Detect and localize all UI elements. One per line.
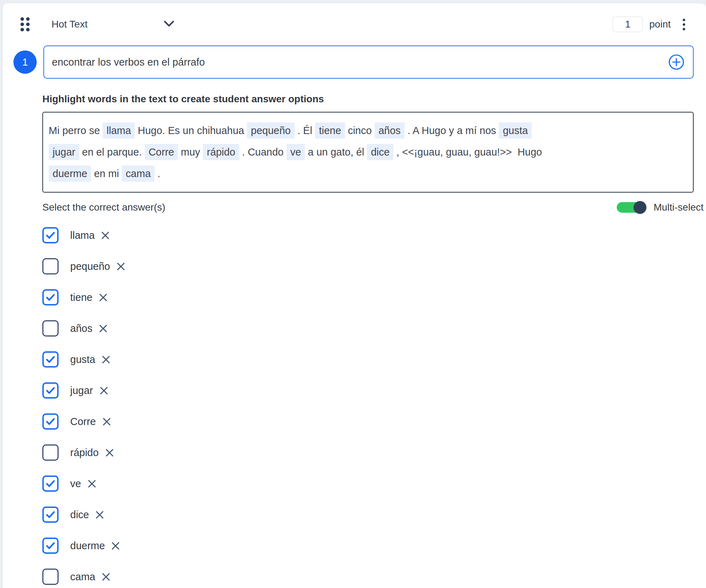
option-label: llama: [70, 230, 95, 241]
remove-option-x-icon[interactable]: [99, 386, 109, 395]
drag-handle-icon[interactable]: [20, 17, 30, 31]
option-label: duerme: [70, 540, 105, 552]
highlighted-word[interactable]: jugar: [49, 144, 79, 160]
multi-select-label: Multi-select: [653, 202, 704, 213]
highlighted-word[interactable]: ve: [286, 144, 305, 160]
checkmark-icon: [45, 540, 56, 551]
answer-option-row: rápido: [42, 444, 694, 461]
editor-main: Highlight words in the text to create st…: [2, 93, 706, 585]
remove-option-x-icon[interactable]: [101, 572, 111, 582]
chevron-down-icon: [164, 20, 174, 29]
question-number-badge: 1: [13, 50, 37, 74]
checkmark-icon: [45, 478, 56, 489]
checkmark-icon: [45, 354, 56, 365]
answer-option-row: tiene: [42, 289, 694, 305]
answer-checkbox[interactable]: [42, 538, 59, 554]
question-editor-page: Hot Text point 1: [0, 0, 706, 588]
highlighted-word[interactable]: rápido: [203, 144, 239, 160]
select-answers-label: Select the correct answer(s): [42, 202, 165, 213]
answer-checkbox[interactable]: [42, 258, 59, 274]
answer-option-row: duerme: [42, 538, 694, 554]
remove-option-x-icon[interactable]: [101, 355, 111, 364]
checkmark-icon: [45, 509, 56, 520]
highlight-instructions: Highlight words in the text to create st…: [42, 93, 694, 105]
question-type-label: Hot Text: [52, 19, 88, 30]
highlighted-word[interactable]: tiene: [315, 122, 345, 139]
toggle-knob: [634, 201, 646, 214]
passage-word: , <<¡guau, guau, guau!>> Hugo: [393, 146, 542, 158]
answer-checkbox[interactable]: [42, 569, 59, 585]
answer-select-row: Select the correct answer(s) Multi-selec…: [42, 200, 704, 215]
highlighted-word[interactable]: Corre: [145, 144, 178, 160]
highlighted-word[interactable]: gusta: [499, 122, 532, 139]
option-label: pequeño: [70, 261, 110, 272]
answer-checkbox[interactable]: [42, 507, 59, 523]
points-label: point: [649, 19, 671, 30]
highlighted-word[interactable]: cama: [122, 165, 155, 182]
option-label: jugar: [70, 385, 93, 396]
option-label: gusta: [70, 354, 95, 365]
remove-option-x-icon[interactable]: [102, 417, 111, 426]
answer-options-list: llama pequeño tiene: [42, 227, 694, 585]
checkmark-icon: [45, 230, 56, 241]
answer-option-row: dice: [42, 507, 694, 523]
highlighted-word[interactable]: pequeño: [247, 122, 295, 139]
option-label: Corre: [70, 416, 96, 428]
passage-word: en mi: [91, 168, 122, 179]
option-label: dice: [70, 509, 89, 521]
remove-option-x-icon[interactable]: [105, 448, 114, 457]
answer-option-row: llama: [42, 227, 694, 243]
passage-word: . Él: [295, 125, 315, 136]
remove-option-x-icon[interactable]: [111, 541, 120, 551]
passage-line: jugar en el parque. Corre muy rápido . C…: [49, 141, 687, 163]
answer-checkbox[interactable]: [42, 289, 59, 305]
passage-word: en el parque.: [79, 146, 145, 158]
passage-word: muy: [178, 146, 203, 158]
question-card: Hot Text point 1: [2, 3, 706, 588]
multi-select-toggle[interactable]: [617, 202, 646, 213]
answer-checkbox[interactable]: [42, 320, 59, 337]
question-input-wrap: [43, 46, 694, 79]
passage-word: . Cuando: [239, 146, 286, 158]
kebab-menu-icon[interactable]: [681, 17, 687, 32]
checkmark-icon: [45, 292, 56, 303]
passage-word: .: [155, 168, 160, 179]
answer-checkbox[interactable]: [42, 351, 59, 368]
points-input[interactable]: [613, 17, 643, 32]
answer-checkbox[interactable]: [42, 444, 59, 461]
passage-word: . A Hugo y a mí nos: [405, 125, 499, 136]
add-content-plus-icon[interactable]: [668, 54, 685, 71]
remove-option-x-icon[interactable]: [101, 231, 110, 240]
answer-checkbox[interactable]: [42, 475, 59, 492]
passage-line: duerme en mi cama .: [49, 163, 687, 184]
answer-checkbox[interactable]: [42, 227, 59, 243]
passage-text[interactable]: Mi perro se llama Hugo. Es un chihuahua …: [42, 112, 694, 193]
remove-option-x-icon[interactable]: [116, 262, 126, 271]
question-text-input[interactable]: [43, 46, 694, 79]
remove-option-x-icon[interactable]: [98, 293, 108, 302]
option-label: cama: [70, 571, 95, 583]
answer-checkbox[interactable]: [42, 413, 59, 430]
passage-line: Mi perro se llama Hugo. Es un chihuahua …: [49, 120, 687, 141]
answer-option-row: Corre: [42, 413, 694, 430]
question-type-select[interactable]: Hot Text: [52, 19, 174, 30]
highlighted-word[interactable]: años: [375, 122, 405, 139]
highlighted-word[interactable]: llama: [103, 122, 135, 139]
answer-option-row: pequeño: [42, 258, 694, 274]
answer-checkbox[interactable]: [42, 382, 59, 399]
option-label: ve: [70, 478, 81, 490]
checkmark-icon: [45, 385, 56, 396]
remove-option-x-icon[interactable]: [95, 510, 104, 520]
answer-option-row: ve: [42, 475, 694, 492]
answer-option-row: jugar: [42, 382, 694, 399]
checkmark-icon: [45, 416, 56, 427]
option-label: tiene: [70, 292, 92, 303]
remove-option-x-icon[interactable]: [98, 324, 108, 333]
highlighted-word[interactable]: dice: [367, 144, 393, 160]
highlighted-word[interactable]: duerme: [49, 165, 91, 182]
passage-word: a un gato, él: [305, 146, 367, 158]
answer-option-row: gusta: [42, 351, 694, 368]
remove-option-x-icon[interactable]: [87, 479, 97, 489]
passage-word: Mi perro se: [49, 125, 103, 136]
multi-select-group: Multi-select: [617, 202, 704, 213]
